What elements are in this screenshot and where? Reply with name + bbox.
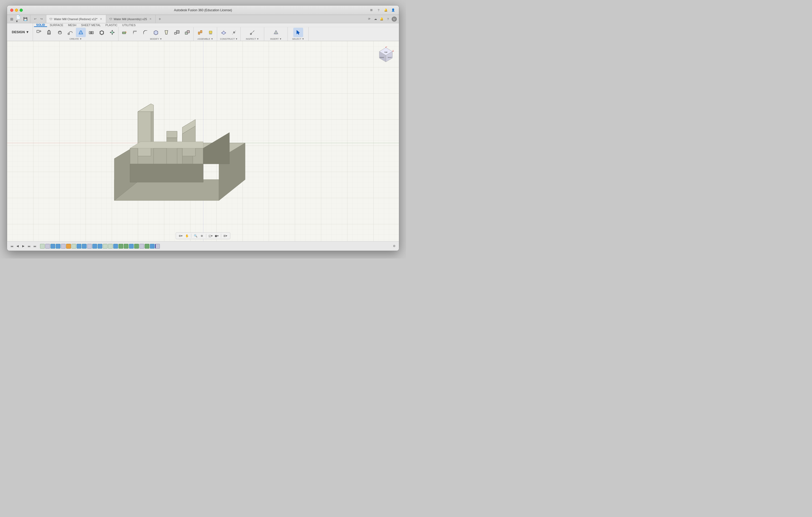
extrude-btn[interactable] (45, 28, 54, 37)
orientation-cube[interactable]: TOP RIGHT FRONT Z X (378, 46, 394, 62)
axis-btn[interactable] (229, 28, 239, 37)
pan-btn[interactable]: ✋ (184, 233, 190, 238)
redo-icon[interactable]: ↪ (39, 17, 44, 22)
tab2-close-button[interactable]: ✕ (149, 17, 152, 21)
tab2-shield-icon: 🛡 (109, 18, 112, 21)
undo-icon[interactable]: ↩ (32, 17, 38, 22)
save-icon[interactable]: 💾 (23, 17, 28, 22)
nav-last-btn[interactable]: ⏭ (32, 244, 37, 249)
svg-text:RIGHT: RIGHT (388, 57, 392, 58)
tab-mesh[interactable]: MESH (66, 24, 79, 27)
fit-btn[interactable]: ⊕ (199, 233, 205, 238)
timeline (40, 244, 160, 249)
timeline-item-9[interactable] (82, 244, 87, 249)
timeline-item-14[interactable] (108, 244, 113, 249)
create-label: CREATE ▼ (69, 38, 82, 40)
apps-icon[interactable]: ⊞ (369, 7, 374, 13)
cloud-icon[interactable]: ☁ (373, 17, 378, 22)
timeline-item-8[interactable] (77, 244, 81, 249)
display-mode-btn[interactable]: ◱▾ (208, 233, 213, 238)
sep1 (191, 234, 192, 238)
tab-assembly[interactable]: 🛡 Water Mill (Assembly) v25 ✕ (106, 15, 156, 23)
3d-model[interactable] (93, 86, 261, 216)
minimize-button[interactable] (15, 9, 18, 12)
notification-icon[interactable]: 🔔 (383, 7, 388, 13)
zoom-btn[interactable]: 🔍 (193, 233, 198, 238)
timeline-item-3[interactable] (51, 244, 55, 249)
loft-btn[interactable] (76, 28, 86, 37)
timeline-item-15[interactable] (113, 244, 118, 249)
refresh-icon[interactable]: ⟳ (367, 17, 372, 22)
maximize-button[interactable] (20, 9, 23, 12)
select-btn[interactable] (293, 28, 303, 37)
question-icon[interactable]: ? (385, 17, 390, 22)
timeline-item-23[interactable] (155, 244, 160, 249)
timeline-item-11[interactable] (92, 244, 97, 249)
measure-btn[interactable] (248, 28, 257, 37)
close-button[interactable] (10, 9, 13, 12)
tab-plastic[interactable]: PLASTIC (103, 24, 120, 27)
insert-group: INSERT ▼ (264, 27, 288, 41)
timeline-item-2[interactable] (45, 244, 50, 249)
grid-view-icon[interactable]: ⊞ (9, 17, 14, 22)
timeline-item-10[interactable] (87, 244, 92, 249)
tab-solid[interactable]: SOLID (34, 23, 47, 27)
fillet-btn[interactable] (130, 28, 140, 37)
draft-btn[interactable] (162, 28, 171, 37)
insert-mesh-btn[interactable] (271, 28, 281, 37)
press-pull-btn[interactable] (120, 28, 129, 37)
timeline-item-21[interactable] (145, 244, 149, 249)
user-avatar-icon[interactable]: U (392, 17, 397, 22)
create-group: CREATE ▼ (33, 27, 118, 41)
timeline-item-19[interactable] (134, 244, 139, 249)
timeline-item-5[interactable] (61, 244, 66, 249)
timeline-item-1[interactable] (40, 244, 45, 249)
design-button[interactable]: DESIGN ▼ (8, 23, 33, 41)
combine-btn[interactable] (182, 28, 192, 37)
tab-utilities[interactable]: UTILITIES (120, 24, 138, 27)
visual-style-btn[interactable]: ◼▾ (214, 233, 220, 238)
timeline-item-20[interactable] (139, 244, 144, 249)
timeline-item-13[interactable] (103, 244, 108, 249)
tab-close-button[interactable]: ✕ (99, 17, 103, 21)
main-window: Autodesk Fusion 360 (Education License) … (7, 5, 399, 251)
timeline-item-6[interactable] (66, 244, 71, 249)
timeline-item-4[interactable] (56, 244, 60, 249)
new-tab-button[interactable]: + (156, 15, 164, 23)
viewport[interactable]: TOP RIGHT FRONT Z X ⊕▾ ✋ 🔍 ⊕ ◱▾ ◼▾ ⊞▾ (7, 41, 399, 241)
tab-active[interactable]: 🛡 Water Mill Channel (Redone) v12* ✕ (46, 15, 106, 23)
file-menu-icon[interactable]: 📄▾ (16, 17, 21, 22)
timeline-item-18[interactable] (129, 244, 134, 249)
sweep-btn[interactable] (65, 28, 75, 37)
new-component-btn[interactable] (34, 28, 44, 37)
plane-btn[interactable] (219, 28, 229, 37)
ground-btn[interactable] (206, 28, 215, 37)
help-icon[interactable]: ? (376, 7, 381, 13)
svg-marker-13 (110, 32, 111, 33)
timeline-item-7[interactable] (71, 244, 76, 249)
timeline-item-16[interactable] (118, 244, 123, 249)
bell-icon[interactable]: 🔔 (379, 17, 384, 22)
snap-btn[interactable]: ⊕▾ (178, 233, 183, 238)
timeline-item-12[interactable] (97, 244, 102, 249)
revolve-btn[interactable] (55, 28, 65, 37)
timeline-item-22[interactable] (150, 244, 154, 249)
nav-play-btn[interactable]: ▶ (21, 244, 26, 249)
svg-text:Z: Z (386, 46, 387, 47)
nav-next-btn[interactable]: ⏭ (26, 244, 32, 249)
shell-btn[interactable] (97, 28, 107, 37)
account-icon[interactable]: 👤 (390, 7, 396, 13)
shell2-btn[interactable] (151, 28, 161, 37)
nav-prev-btn[interactable]: ◀ (15, 244, 20, 249)
tab-surface[interactable]: SURFACE (48, 24, 65, 27)
move-btn[interactable] (107, 28, 117, 37)
nav-first-btn[interactable]: ⏮ (9, 244, 14, 249)
timeline-item-17[interactable] (124, 244, 128, 249)
scale-btn[interactable] (172, 28, 182, 37)
settings-icon[interactable]: ⚙ (392, 244, 397, 249)
hole-btn[interactable] (86, 28, 96, 37)
grid-btn[interactable]: ⊞▾ (223, 233, 228, 238)
chamfer-btn[interactable] (141, 28, 150, 37)
tab-sheet-metal[interactable]: SHEET METAL (79, 24, 103, 27)
joint-btn[interactable] (195, 28, 205, 37)
